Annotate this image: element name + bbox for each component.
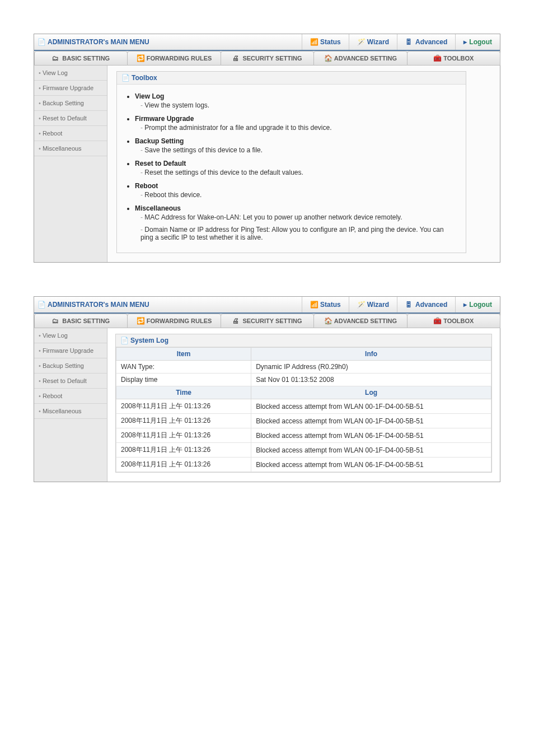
toolbox-title: Toolbox [132, 74, 157, 82]
forwarding-icon [137, 54, 144, 62]
sidebar-item-misc-2[interactable]: Miscellaneous [34, 404, 107, 419]
toolbox-viewlog[interactable]: View Log View the system logs. [135, 92, 456, 113]
sidebar-item-reboot[interactable]: Reboot [34, 126, 107, 141]
sidebar-item-firmware[interactable]: Firmware Upgrade [34, 81, 107, 96]
topbar-logout[interactable]: ▸ Logout [455, 34, 500, 50]
advanced-icon [405, 301, 413, 309]
topbar-status[interactable]: Status [302, 34, 349, 50]
log-msg: Blocked access attempt from WLAN 06-1F-D… [251, 428, 491, 443]
panel-toolbox: ADMINISTRATOR's MAIN MENU Status Wizard … [34, 34, 500, 263]
sidebar-item-firmware-2[interactable]: Firmware Upgrade [34, 343, 107, 358]
wizard-icon [357, 301, 365, 309]
toolbox-firmware-desc: Prompt the administrator for a file and … [135, 123, 456, 135]
table-row: 2008年11月1日 上午 01:13:26 Blocked access at… [116, 443, 491, 458]
col-item: Item [116, 348, 251, 361]
table-row: 2008年11月1日 上午 01:13:26 Blocked access at… [116, 399, 491, 414]
sidebar-2: View Log Firmware Upgrade Backup Setting… [34, 328, 107, 482]
advanced-tab-icon [324, 54, 332, 62]
toolbox-viewlog-desc: View the system logs. [135, 100, 456, 113]
toolbox-icon [433, 317, 441, 325]
log-time: 2008年11月1日 上午 01:13:26 [116, 458, 251, 472]
topbar-advanced-label: Advanced [415, 38, 447, 46]
tab-advanced-label: ADVANCED SETTING [334, 55, 397, 62]
tab-security-2[interactable]: SECURITY SETTING [221, 314, 314, 328]
toolbox-reset[interactable]: Reset to Default Reset the settings of t… [135, 160, 456, 180]
systemlog-head: System Log [116, 334, 491, 347]
topbar-wizard-2[interactable]: Wizard [349, 297, 397, 312]
log-msg: Blocked access attempt from WLAN 00-1F-D… [251, 443, 491, 458]
tab-advanced[interactable]: ADVANCED SETTING [313, 51, 407, 66]
tab-forwarding-2[interactable]: FORWARDING RULES [127, 314, 221, 328]
sidebar-item-reset[interactable]: Reset to Default [34, 111, 107, 126]
note-icon [38, 301, 45, 309]
wizard-icon [357, 38, 365, 46]
tab-security-label: SECURITY SETTING [242, 55, 302, 62]
top-bar-2: ADMINISTRATOR's MAIN MENU Status Wizard … [34, 297, 500, 314]
tab-security[interactable]: SECURITY SETTING [221, 51, 314, 66]
toolbox-firmware[interactable]: Firmware Upgrade Prompt the administrato… [135, 115, 456, 135]
table-row: 2008年11月1日 上午 01:13:26 Blocked access at… [116, 414, 491, 428]
sidebar-item-reset-2[interactable]: Reset to Default [34, 374, 107, 389]
top-bar: ADMINISTRATOR's MAIN MENU Status Wizard … [34, 34, 500, 51]
toolbox-backup-desc: Save the settings of this device to a fi… [135, 145, 456, 157]
tab-advanced-2[interactable]: ADVANCED SETTING [313, 314, 407, 328]
topbar-wizard-label-2: Wizard [367, 301, 389, 309]
log-time: 2008年11月1日 上午 01:13:26 [116, 414, 251, 428]
tab-toolbox[interactable]: TOOLBOX [407, 51, 500, 66]
toolbox-misc[interactable]: Miscellaneous MAC Address for Wake-on-LA… [135, 204, 456, 245]
topbar-logout-label: Logout [469, 38, 492, 46]
tab-basic-label: BASIC SETTING [62, 55, 110, 62]
log-time: 2008年11月1日 上午 01:13:26 [116, 399, 251, 414]
basic-icon [52, 317, 60, 325]
topbar-wizard[interactable]: Wizard [349, 34, 397, 50]
log-msg: Blocked access attempt from WLAN 00-1F-D… [251, 414, 491, 428]
topbar-advanced-2[interactable]: Advanced [397, 297, 455, 312]
topbar-logout-2[interactable]: ▸ Logout [455, 297, 500, 312]
toolbox-icon [433, 54, 441, 62]
tab-forwarding-label: FORWARDING RULES [147, 55, 212, 62]
sidebar-item-backup-2[interactable]: Backup Setting [34, 358, 107, 374]
info-val: Sat Nov 01 01:13:52 2008 [251, 374, 491, 386]
sidebar-item-viewlog-2[interactable]: View Log [34, 328, 107, 343]
sidebar-item-viewlog[interactable]: View Log [34, 66, 107, 81]
log-msg: Blocked access attempt from WLAN 06-1F-D… [251, 458, 491, 472]
status-icon [310, 301, 318, 309]
tab-toolbox-label: TOOLBOX [443, 55, 474, 62]
tab-basic-label-2: BASIC SETTING [62, 318, 110, 324]
security-icon [232, 54, 240, 62]
table-row: 2008年11月1日 上午 01:13:26 Blocked access at… [116, 428, 491, 443]
toolbox-head: Toolbox [117, 72, 466, 85]
note-icon [38, 38, 45, 46]
sidebar-item-misc[interactable]: Miscellaneous [34, 141, 107, 156]
tab-forwarding[interactable]: FORWARDING RULES [127, 51, 221, 66]
topbar-status-2[interactable]: Status [302, 297, 349, 312]
main-menu-title: ADMINISTRATOR's MAIN MENU [48, 38, 149, 46]
sidebar-item-backup[interactable]: Backup Setting [34, 96, 107, 111]
tab-toolbox-2[interactable]: TOOLBOX [407, 314, 500, 328]
forwarding-icon [137, 317, 144, 325]
toolbox-backup-title: Backup Setting [135, 137, 184, 145]
toolbox-box: Toolbox View Log View the system logs. F… [116, 71, 466, 253]
toolbox-firmware-title: Firmware Upgrade [135, 115, 194, 123]
toolbox-reboot-desc: Reboot this device. [135, 190, 456, 202]
table-row: 2008年11月1日 上午 01:13:26 Blocked access at… [116, 458, 491, 472]
tab-basic[interactable]: BASIC SETTING [34, 51, 128, 66]
toolbox-viewlog-title: View Log [135, 92, 164, 100]
toolbox-misc-desc1: MAC Address for Wake-on-LAN: Let you to … [135, 212, 456, 225]
info-val: Dynamic IP Address (R0.29h0) [251, 361, 491, 374]
toolbox-backup[interactable]: Backup Setting Save the settings of this… [135, 137, 456, 157]
sidebar-item-reboot-2[interactable]: Reboot [34, 389, 107, 404]
toolbox-reboot-title: Reboot [135, 182, 158, 190]
tab-bar-2: BASIC SETTING FORWARDING RULES SECURITY … [34, 314, 500, 328]
tab-toolbox-label-2: TOOLBOX [443, 318, 474, 324]
table-row: Display time Sat Nov 01 01:13:52 2008 [116, 374, 491, 386]
tab-bar: BASIC SETTING FORWARDING RULES SECURITY … [34, 51, 500, 66]
tab-basic-2[interactable]: BASIC SETTING [34, 314, 128, 328]
advanced-tab-icon [324, 317, 332, 325]
toolbox-reboot[interactable]: Reboot Reboot this device. [135, 182, 456, 202]
advanced-icon [405, 38, 413, 46]
toolbox-reset-title: Reset to Default [135, 160, 186, 167]
topbar-advanced[interactable]: Advanced [397, 34, 455, 50]
topbar-logout-label-2: Logout [469, 301, 492, 309]
systemlog-table: Item Info WAN Type: Dynamic IP Address (… [116, 347, 491, 472]
